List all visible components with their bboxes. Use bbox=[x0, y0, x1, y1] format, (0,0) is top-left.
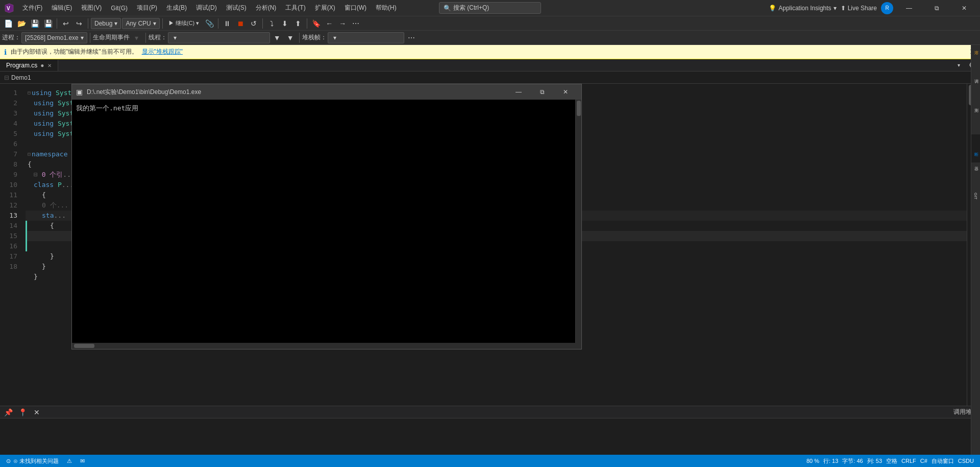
continue-btn[interactable]: ▶ 继续(C) ▾ bbox=[165, 17, 202, 30]
status-csdu-text: CSDU bbox=[958, 458, 974, 464]
bookmark-btn[interactable]: 🔖 bbox=[310, 17, 322, 30]
attach-btn[interactable]: 📎 bbox=[203, 17, 215, 30]
process-dropdown-arrow: ▾ bbox=[81, 34, 84, 41]
step-out-btn[interactable]: ⬆ bbox=[292, 17, 304, 30]
panel-dropdown-btn[interactable]: ▾ bbox=[952, 59, 965, 71]
restore-button[interactable]: ⧉ bbox=[925, 0, 948, 16]
tab-program-cs[interactable]: Program.cs ● ✕ bbox=[0, 60, 58, 71]
right-sidebar-item-2[interactable]: 调 bbox=[973, 76, 978, 104]
console-hscrollbar[interactable] bbox=[72, 343, 581, 349]
warning-message: 由于内部错误，功能"编辑并继续"当前不可用。 bbox=[11, 48, 138, 56]
console-icon: ▣ bbox=[76, 88, 83, 96]
undo-btn[interactable]: ↩ bbox=[60, 17, 72, 30]
minimize-button[interactable]: — bbox=[897, 0, 921, 16]
tab-program-cs-close[interactable]: ✕ bbox=[47, 63, 52, 68]
lifecycle-label: 生命周期事件 bbox=[93, 33, 130, 42]
menu-build[interactable]: 生成(B) bbox=[162, 3, 191, 13]
toolbar-sep-6 bbox=[307, 18, 307, 29]
status-auto-window[interactable]: 自动窗口 bbox=[929, 457, 956, 465]
status-lang-text: C# bbox=[920, 458, 927, 464]
toolbar-sep-5 bbox=[262, 18, 263, 29]
console-title-bar: ▣ D:\.net实验\Demo1\bin\Debug\Demo1.exe — … bbox=[72, 84, 581, 100]
console-minimize-btn[interactable]: — bbox=[507, 84, 530, 100]
process-dropdown[interactable]: [25268] Demo1.exe ▾ bbox=[21, 32, 87, 43]
menu-window[interactable]: 窗口(W) bbox=[340, 3, 371, 13]
open-btn[interactable]: 📂 bbox=[15, 17, 28, 30]
bottom-pin-btn[interactable]: 📌 bbox=[2, 406, 14, 418]
status-warnings[interactable]: ⚠ bbox=[65, 455, 74, 467]
status-zoom[interactable]: 80 % bbox=[804, 458, 821, 464]
menu-analyze[interactable]: 分析(N) bbox=[252, 3, 281, 13]
stack-dropdown[interactable]: ▾ bbox=[328, 32, 404, 43]
nav-back-btn[interactable]: ← bbox=[323, 17, 335, 30]
thread-dropdown[interactable]: ▾ bbox=[168, 32, 270, 43]
pause-btn[interactable]: ⏸ bbox=[221, 17, 233, 30]
app-insights-btn[interactable]: 💡 Application Insights ▾ bbox=[769, 5, 836, 12]
console-scroll-thumb[interactable] bbox=[577, 101, 581, 116]
user-avatar[interactable]: R bbox=[881, 2, 893, 14]
menu-help[interactable]: 帮助(H) bbox=[372, 3, 401, 13]
right-sidebar-item-4[interactable]: 断 bbox=[971, 134, 980, 162]
stop-btn[interactable]: ⏹ bbox=[234, 17, 247, 30]
menu-view[interactable]: 视图(V) bbox=[77, 3, 106, 13]
console-restore-btn[interactable]: ⧉ bbox=[530, 84, 554, 100]
status-feedback[interactable]: ✉ bbox=[78, 455, 87, 467]
status-encoding-text: CRLF bbox=[901, 458, 916, 464]
svg-text:V: V bbox=[7, 6, 10, 11]
console-hscroll-thumb[interactable] bbox=[74, 344, 94, 348]
redo-btn[interactable]: ↪ bbox=[73, 17, 85, 30]
right-sidebar: 溶 调 测 断 器 GIT bbox=[971, 45, 980, 455]
menu-git[interactable]: Git(G) bbox=[107, 4, 132, 13]
vs-logo: V bbox=[4, 3, 14, 13]
menu-test[interactable]: 测试(S) bbox=[222, 3, 251, 13]
status-lang[interactable]: C# bbox=[918, 458, 929, 464]
step-over-btn[interactable]: ⤵ bbox=[265, 17, 278, 30]
line-numbers: 1 2 3 4 5 6 7 8 9 10 11 12 13 14 15 16 1… bbox=[0, 84, 26, 406]
proc-sep-2 bbox=[145, 33, 146, 43]
status-encoding[interactable]: CRLF bbox=[899, 458, 918, 464]
status-space[interactable]: 空格 bbox=[884, 457, 899, 465]
nav-fwd-btn[interactable]: → bbox=[336, 17, 349, 30]
right-sidebar-item-3[interactable]: 测 bbox=[973, 105, 978, 133]
menu-debug[interactable]: 调试(D) bbox=[192, 3, 221, 13]
console-close-btn[interactable]: ✕ bbox=[554, 84, 577, 100]
toolbar-sep-3 bbox=[162, 18, 163, 29]
tabs-area: Program.cs ● ✕ ▾ ⚙ bbox=[0, 59, 980, 72]
more-btn[interactable]: ⋯ bbox=[350, 17, 362, 30]
status-row[interactable]: 行: 13 bbox=[821, 457, 840, 465]
save-all-btn[interactable]: 💾 bbox=[42, 17, 54, 30]
bottom-close-btn[interactable]: ✕ bbox=[31, 406, 43, 418]
toolbar-sep-1 bbox=[57, 18, 57, 29]
new-file-btn[interactable]: 📄 bbox=[2, 17, 14, 30]
status-col-text: 列: 53 bbox=[867, 457, 882, 465]
bottom-tabs: 📌 📍 ✕ 调用堆栈 bbox=[0, 406, 980, 418]
menu-edit[interactable]: 编辑(E) bbox=[47, 3, 76, 13]
status-csdu[interactable]: CSDU bbox=[956, 458, 976, 464]
console-vscrollbar[interactable] bbox=[575, 100, 581, 343]
debug-mode-dropdown[interactable]: Debug ▾ bbox=[91, 18, 121, 29]
status-zoom-text: 80 % bbox=[806, 458, 819, 464]
more-options-btn[interactable]: ⋯ bbox=[405, 32, 418, 44]
save-btn[interactable]: 💾 bbox=[29, 17, 41, 30]
right-sidebar-item-5[interactable]: 器 bbox=[973, 164, 978, 192]
filter-btn[interactable]: ▼ bbox=[271, 32, 283, 44]
status-char[interactable]: 字节: 46 bbox=[840, 457, 865, 465]
right-sidebar-item-6[interactable]: GIT bbox=[973, 193, 978, 221]
menu-tools[interactable]: 工具(T) bbox=[281, 3, 309, 13]
menu-extensions[interactable]: 扩展(X) bbox=[311, 3, 339, 13]
title-bar: V 文件(F) 编辑(E) 视图(V) Git(G) 项目(P) 生成(B) 调… bbox=[0, 0, 980, 16]
step-into-btn[interactable]: ⬇ bbox=[279, 17, 291, 30]
cpu-dropdown[interactable]: Any CPU ▾ bbox=[122, 18, 159, 29]
warning-link[interactable]: 显示"堆栈跟踪" bbox=[142, 48, 183, 56]
live-share-btn[interactable]: ⬆ Live Share bbox=[841, 5, 877, 12]
filter2-btn[interactable]: ▼ bbox=[284, 32, 297, 44]
search-box[interactable]: 🔍 搜索 (Ctrl+Q) bbox=[439, 2, 541, 14]
right-sidebar-item-1[interactable]: 溶 bbox=[973, 47, 978, 75]
status-col[interactable]: 列: 53 bbox=[865, 457, 884, 465]
menu-project[interactable]: 项目(P) bbox=[133, 3, 161, 13]
close-button[interactable]: ✕ bbox=[952, 0, 976, 16]
status-errors[interactable]: ⊙ ⊙ 未找到相关问题 bbox=[4, 455, 61, 467]
menu-file[interactable]: 文件(F) bbox=[18, 3, 46, 13]
restart-btn[interactable]: ↺ bbox=[248, 17, 260, 30]
bottom-pin-loc-btn[interactable]: 📍 bbox=[16, 406, 29, 418]
